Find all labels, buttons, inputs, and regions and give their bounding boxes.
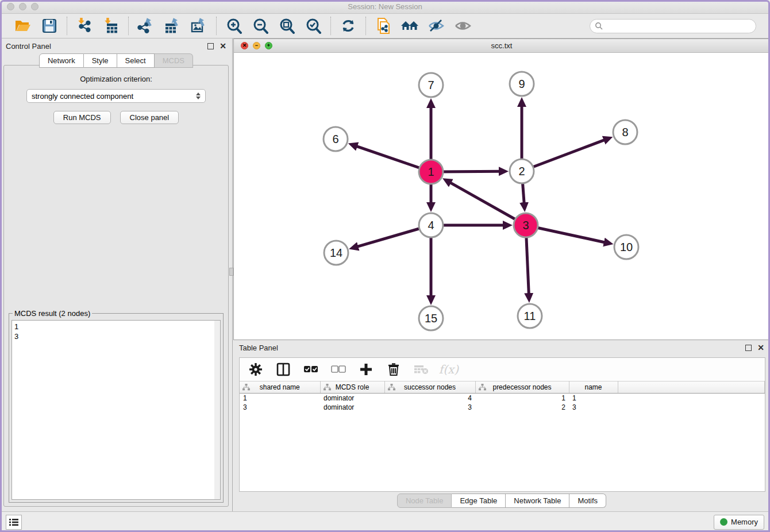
node-9[interactable]: 9: [510, 72, 534, 96]
memory-button[interactable]: Memory: [714, 515, 764, 530]
column-header-MCDS-role[interactable]: MCDS role: [320, 381, 384, 394]
cell-predecessor-nodes[interactable]: 1: [475, 394, 569, 403]
zoom-selected-icon[interactable]: [304, 17, 322, 35]
mcds-result-list[interactable]: 13: [11, 320, 221, 500]
home-icon[interactable]: [401, 17, 419, 35]
cell-name[interactable]: 3: [569, 403, 618, 412]
zoom-in-icon[interactable]: [225, 17, 243, 35]
cell-filler: [618, 403, 765, 412]
cell-shared-name[interactable]: 1: [240, 394, 320, 403]
column-label: MCDS role: [336, 383, 369, 391]
float-panel-icon[interactable]: [207, 43, 214, 49]
export-image-icon[interactable]: [190, 17, 208, 35]
cell-successor-nodes[interactable]: 4: [384, 394, 475, 403]
close-panel-button[interactable]: Close panel: [120, 111, 179, 124]
columns-icon[interactable]: [275, 361, 291, 377]
control-panel-tabs: NetworkStyleSelectMCDS: [0, 53, 232, 68]
tab-style[interactable]: Style: [84, 53, 117, 68]
table-row[interactable]: 3dominator323: [240, 403, 765, 412]
tab-mcds[interactable]: MCDS: [155, 53, 193, 68]
node-1[interactable]: 1: [419, 160, 443, 184]
close-table-panel-icon[interactable]: ✕: [757, 344, 764, 352]
node-8[interactable]: 8: [613, 120, 637, 144]
svg-text:7: 7: [428, 79, 434, 91]
table-tabs: Node TableEdge TableNetwork TableMotifs: [233, 494, 770, 508]
node-15[interactable]: 15: [419, 306, 443, 330]
select-all-icon[interactable]: [303, 361, 319, 377]
clone-network-icon[interactable]: [374, 17, 392, 35]
search-input[interactable]: [606, 22, 751, 30]
hide-eye-icon[interactable]: [427, 17, 445, 35]
delete-icon[interactable]: [386, 361, 402, 377]
save-icon[interactable]: [40, 17, 59, 35]
add-icon[interactable]: [358, 361, 374, 377]
import-network-icon[interactable]: [75, 17, 94, 35]
cell-name[interactable]: 1: [569, 394, 618, 403]
svg-text:1: 1: [428, 165, 434, 178]
node-11[interactable]: 11: [518, 304, 542, 328]
close-panel-icon[interactable]: ✕: [220, 42, 226, 50]
tab-motifs[interactable]: Motifs: [569, 494, 606, 508]
column-label: name: [584, 383, 602, 391]
tab-select[interactable]: Select: [117, 53, 155, 68]
column-label: successor nodes: [404, 383, 456, 391]
task-history-button[interactable]: [6, 515, 22, 530]
mcds-tab-content: Optimization criterion: strongly connect…: [3, 65, 229, 507]
node-14[interactable]: 14: [324, 241, 348, 265]
toolbar-group-3: [217, 17, 330, 35]
panel-divider-handle[interactable]: [229, 268, 233, 276]
network-canvas[interactable]: 7968124314101511: [234, 53, 769, 340]
node-7[interactable]: 7: [419, 73, 443, 97]
svg-text:10: 10: [620, 241, 633, 253]
show-eye-icon[interactable]: [453, 17, 472, 35]
network-graph: 7968124314101511: [234, 53, 768, 340]
table-panel: Table Panel ✕ f(x) shared nameMCDS roles…: [233, 340, 770, 511]
toolbar-group-1: [67, 17, 128, 35]
cell-predecessor-nodes[interactable]: 2: [475, 403, 569, 412]
table-row[interactable]: 1dominator411: [240, 394, 765, 403]
toolbar-group-4: [331, 17, 365, 35]
org-icon: [479, 384, 486, 391]
svg-text:11: 11: [524, 310, 536, 322]
node-10[interactable]: 10: [614, 235, 638, 259]
result-scrollbar[interactable]: [214, 321, 220, 499]
cell-successor-nodes[interactable]: 3: [384, 403, 475, 412]
app-titlebar: Session: New Session: [0, 0, 770, 14]
node-6[interactable]: 6: [324, 127, 348, 151]
svg-text:4: 4: [428, 219, 434, 232]
control-panel-header: Control Panel ✕: [0, 38, 232, 53]
edge-2-8[interactable]: [522, 140, 605, 171]
zoom-out-icon[interactable]: [251, 17, 270, 35]
float-table-panel-icon[interactable]: [745, 345, 752, 351]
tab-network[interactable]: Network: [39, 53, 84, 68]
zoom-fit-icon[interactable]: [278, 17, 296, 35]
cell-shared-name[interactable]: 3: [240, 403, 320, 412]
node-3[interactable]: 3: [514, 213, 538, 237]
app-title: Session: New Session: [0, 2, 770, 11]
run-mcds-button[interactable]: Run MCDS: [53, 111, 111, 124]
cell-MCDS-role[interactable]: dominator: [320, 394, 384, 403]
search-box[interactable]: [590, 19, 756, 33]
export-table-icon[interactable]: [163, 17, 182, 35]
tab-node-table[interactable]: Node Table: [397, 494, 452, 508]
refresh-layout-icon[interactable]: [339, 17, 357, 35]
export-network-icon[interactable]: [137, 17, 155, 35]
edge-3-1[interactable]: [450, 183, 526, 225]
node-2[interactable]: 2: [510, 159, 534, 183]
column-header-predecessor-nodes[interactable]: predecessor nodes: [475, 381, 569, 394]
gear-icon[interactable]: [248, 361, 264, 377]
criterion-dropdown[interactable]: strongly connected component: [26, 89, 206, 103]
node-4[interactable]: 4: [419, 213, 443, 237]
open-folder-icon[interactable]: [14, 17, 32, 35]
tab-edge-table[interactable]: Edge Table: [452, 494, 506, 508]
svg-text:2: 2: [518, 165, 525, 178]
column-header-successor-nodes[interactable]: successor nodes: [384, 381, 475, 394]
cell-MCDS-role[interactable]: dominator: [320, 403, 384, 412]
deselect-all-icon[interactable]: [330, 361, 346, 377]
column-header-shared-name[interactable]: shared name: [240, 381, 320, 394]
tab-network-table[interactable]: Network Table: [506, 494, 569, 508]
import-table-icon[interactable]: [102, 17, 120, 35]
column-header-filler: [618, 381, 765, 394]
column-header-name[interactable]: name: [569, 381, 618, 394]
node-table[interactable]: shared nameMCDS rolesuccessor nodesprede…: [240, 381, 765, 412]
